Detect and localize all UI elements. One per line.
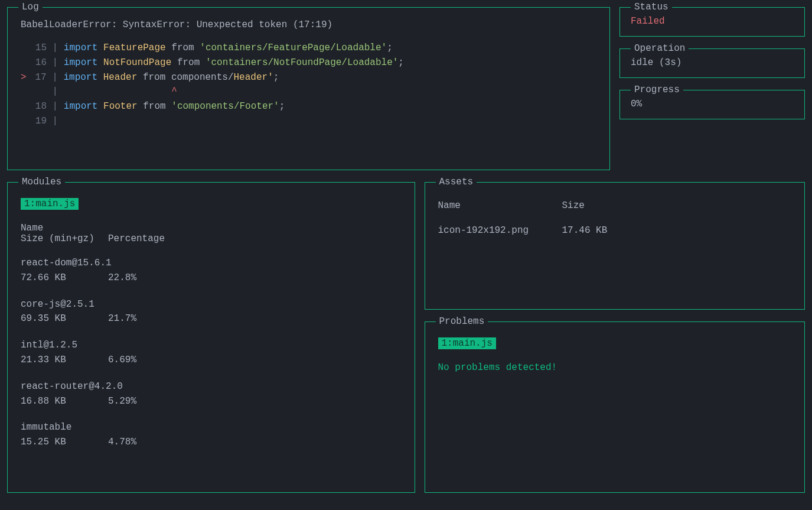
module-pct: 4.78% <box>108 437 136 447</box>
module-name: react-router@4.2.0 <box>21 379 402 394</box>
log-code: 15 | import FeaturePage from 'containers… <box>21 41 596 129</box>
assets-header-name: Name <box>438 200 562 211</box>
modules-panel: Modules 1:main.js Name Size (min+gz)Perc… <box>7 182 415 493</box>
module-pct: 5.29% <box>108 396 136 407</box>
problems-message: No problems detected! <box>438 362 792 373</box>
module-pct: 22.8% <box>108 272 136 283</box>
modules-header-size: Size (min+gz) <box>21 233 108 244</box>
log-error-message: BabelLoaderError: SyntaxError: Unexpecte… <box>21 20 596 30</box>
module-row: core-js@2.5.1 69.35 KB21.7% <box>21 297 402 327</box>
asset-name: icon-192x192.png <box>438 225 562 236</box>
progress-panel: Progress 0% <box>619 90 805 119</box>
operation-title: Operation <box>631 43 689 54</box>
module-row: react-dom@15.6.1 72.66 KB22.8% <box>21 256 402 285</box>
modules-header-name: Name <box>21 223 402 233</box>
module-size: 21.33 KB <box>21 353 108 368</box>
module-pct: 21.7% <box>108 313 136 324</box>
log-panel: Log BabelLoaderError: SyntaxError: Unexp… <box>7 7 610 170</box>
assets-header-size: Size <box>562 200 585 211</box>
code-line: 18 | import Footer from 'components/Foot… <box>21 99 596 114</box>
modules-title: Modules <box>18 177 65 187</box>
progress-title: Progress <box>631 85 683 95</box>
module-size: 16.88 KB <box>21 394 108 409</box>
assets-panel: Assets NameSize icon-192x192.png17.46 KB <box>425 182 806 310</box>
module-name: intl@1.2.5 <box>21 338 402 353</box>
problems-title: Problems <box>436 316 488 327</box>
module-size: 72.66 KB <box>21 271 108 285</box>
module-name: react-dom@15.6.1 <box>21 256 402 271</box>
module-row: react-router@4.2.0 16.88 KB5.29% <box>21 379 402 409</box>
code-line: 19 | <box>21 114 596 129</box>
asset-size: 17.46 KB <box>562 225 608 236</box>
asset-row: icon-192x192.png17.46 KB <box>438 225 792 236</box>
module-row: intl@1.2.5 21.33 KB6.69% <box>21 338 402 368</box>
assets-header: NameSize <box>438 200 792 211</box>
status-value: Failed <box>631 16 794 27</box>
status-title: Status <box>631 2 672 12</box>
module-name: immutable <box>21 420 402 435</box>
problems-tab[interactable]: 1:main.js <box>438 337 496 349</box>
modules-tab[interactable]: 1:main.js <box>21 198 79 210</box>
modules-header-pct: Percentage <box>108 233 165 244</box>
code-caret-line: | ^ <box>21 85 596 99</box>
operation-panel: Operation idle (3s) <box>619 48 805 78</box>
code-line: 16 | import NotFoundPage from 'container… <box>21 56 596 70</box>
code-line: 15 | import FeaturePage from 'containers… <box>21 41 596 56</box>
module-name: core-js@2.5.1 <box>21 297 402 312</box>
module-row: immutable 15.25 KB4.78% <box>21 420 402 450</box>
module-pct: 6.69% <box>108 355 136 365</box>
operation-value: idle (3s) <box>631 57 794 68</box>
module-size: 69.35 KB <box>21 311 108 326</box>
problems-panel: Problems 1:main.js No problems detected! <box>425 321 806 493</box>
assets-title: Assets <box>436 177 477 187</box>
module-size: 15.25 KB <box>21 435 108 450</box>
modules-header: Name Size (min+gz)Percentage <box>21 223 402 244</box>
log-title: Log <box>18 2 43 12</box>
status-panel: Status Failed <box>619 7 805 37</box>
code-line-error: >17 | import Header from components/Head… <box>21 70 596 85</box>
progress-value: 0% <box>631 99 794 109</box>
